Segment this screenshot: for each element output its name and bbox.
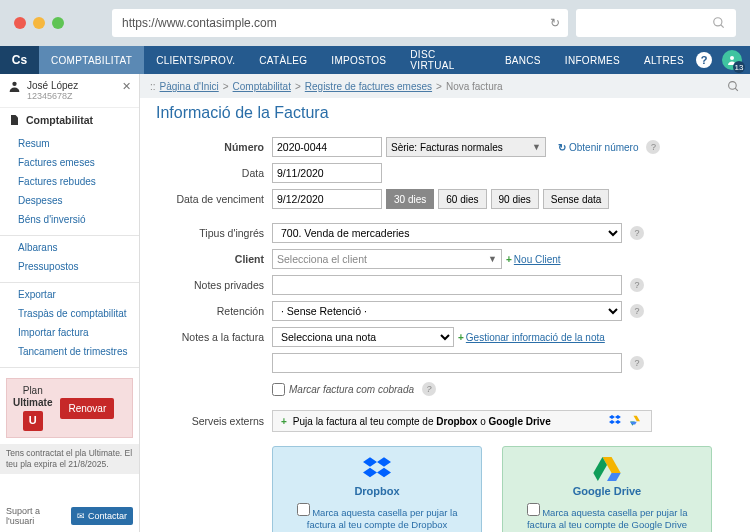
- svg-line-5: [735, 88, 738, 91]
- app-logo[interactable]: Cs: [0, 46, 39, 74]
- day-none-button[interactable]: Sense data: [543, 189, 610, 209]
- sidebar-item-bens[interactable]: Béns d'inversió: [0, 210, 139, 229]
- help-icon[interactable]: ?: [630, 356, 644, 370]
- user-avatar[interactable]: 13: [722, 50, 742, 70]
- chevron-right-icon: >: [223, 81, 229, 92]
- serveis-label: Serveis externs: [156, 415, 272, 427]
- tipus-select[interactable]: 700. Venda de mercaderies: [272, 223, 622, 243]
- numero-label: Número: [156, 141, 272, 153]
- sidebar-item-despeses[interactable]: Despeses: [0, 191, 139, 210]
- dropbox-icon: [609, 414, 623, 428]
- help-icon[interactable]: ?: [646, 140, 660, 154]
- gestionar-link[interactable]: +Gestionar informació de la nota: [458, 332, 605, 343]
- url-bar[interactable]: https://www.contasimple.com ↻: [112, 9, 568, 37]
- breadcrumb-current: Nova factura: [446, 81, 503, 92]
- sidebar-section-head: Comptabilitat: [0, 108, 139, 132]
- nav-disc[interactable]: DISC VIRTUAL: [398, 46, 493, 74]
- nav-bancs[interactable]: BANCS: [493, 46, 553, 74]
- contact-button[interactable]: ✉ Contactar: [71, 507, 133, 525]
- notification-badge: 13: [733, 61, 745, 73]
- serie-select[interactable]: Sèrie: Facturas normales ▼: [386, 137, 546, 157]
- gdrive-card: Google Drive Marca aquesta casella per p…: [502, 446, 712, 532]
- tipus-label: Tipus d'ingrés: [156, 227, 272, 239]
- help-icon[interactable]: ?: [422, 382, 436, 396]
- browser-search[interactable]: [576, 9, 736, 37]
- client-label: Client: [156, 253, 272, 265]
- sidebar-item-tancament[interactable]: Tancament de trimestres: [0, 342, 139, 361]
- numero-input[interactable]: [272, 137, 382, 157]
- top-nav: Cs COMPTABILITAT CLIENTS/PROV. CATÀLEG I…: [0, 46, 750, 74]
- nav-comptabilitat[interactable]: COMPTABILITAT: [39, 46, 144, 74]
- nou-client-label: Nou Client: [514, 254, 561, 265]
- google-drive-icon: [513, 457, 701, 481]
- collapse-icon[interactable]: ✕: [122, 80, 131, 93]
- renovar-button[interactable]: Renovar: [60, 398, 114, 419]
- nav-cataleg[interactable]: CATÀLEG: [247, 46, 319, 74]
- nav-informes[interactable]: INFORMES: [553, 46, 632, 74]
- breadcrumb-prefix: ::: [150, 81, 156, 92]
- notes-fac-text-input[interactable]: [272, 353, 622, 373]
- plus-icon: +: [506, 254, 512, 265]
- close-window-icon[interactable]: [14, 17, 26, 29]
- notes-fac-label: Notes a la factura: [156, 331, 272, 343]
- minimize-window-icon[interactable]: [33, 17, 45, 29]
- sidebar-menu-2: Albarans Pressupostos: [0, 236, 139, 283]
- breadcrumb-comptabilitat[interactable]: Comptabilitat: [233, 81, 291, 92]
- reload-icon[interactable]: ↻: [550, 16, 560, 30]
- sidebar-item-emeses[interactable]: Factures emeses: [0, 153, 139, 172]
- obtain-number-link[interactable]: ↻ Obtenir número: [558, 142, 638, 153]
- help-icon[interactable]: ?: [630, 278, 644, 292]
- nav-clients[interactable]: CLIENTS/PROV.: [144, 46, 247, 74]
- gdrive-desc: Marca aquesta casella per pujar la factu…: [513, 503, 701, 532]
- sidebar-item-rebudes[interactable]: Factures rebudes: [0, 172, 139, 191]
- sidebar-item-traspas[interactable]: Traspàs de comptabilitat: [0, 304, 139, 323]
- sidebar-item-pressupostos[interactable]: Pressupostos: [0, 257, 139, 276]
- venc-input[interactable]: [272, 189, 382, 209]
- page-title: Informació de la Factura: [156, 104, 734, 122]
- plus-icon: +: [281, 416, 287, 427]
- help-icon[interactable]: ?: [696, 52, 712, 68]
- external-services-box[interactable]: + Puja la factura al teu compte de Dropb…: [272, 410, 652, 432]
- data-input[interactable]: [272, 163, 382, 183]
- plan-box: Plan Ultimate U Renovar: [6, 378, 133, 438]
- breadcrumb-home[interactable]: Pàgina d'Inici: [160, 81, 219, 92]
- nav-altres[interactable]: ALTRES: [632, 46, 696, 74]
- serveis-text: Puja la factura al teu compte de Dropbox…: [293, 416, 551, 427]
- sidebar: José López 12345678Z ✕ Comptabilitat Res…: [0, 74, 140, 532]
- gdrive-checkbox[interactable]: [527, 503, 540, 516]
- help-icon[interactable]: ?: [630, 304, 644, 318]
- client-select[interactable]: Selecciona el client ▼: [272, 249, 502, 269]
- svg-point-4: [729, 81, 737, 89]
- maximize-window-icon[interactable]: [52, 17, 64, 29]
- dropbox-checkbox[interactable]: [297, 503, 310, 516]
- svg-line-1: [721, 25, 724, 28]
- svg-point-2: [730, 56, 734, 60]
- day-60-button[interactable]: 60 dies: [438, 189, 486, 209]
- search-icon[interactable]: [727, 80, 740, 93]
- sidebar-item-exportar[interactable]: Exportar: [0, 285, 139, 304]
- data-label: Data: [156, 167, 272, 179]
- day-30-button[interactable]: 30 dies: [386, 189, 434, 209]
- day-90-button[interactable]: 90 dies: [491, 189, 539, 209]
- sidebar-user: José López 12345678Z ✕: [0, 74, 139, 108]
- breadcrumb: :: Pàgina d'Inici > Comptabilitat > Regi…: [140, 74, 750, 98]
- dropbox-desc: Marca aquesta casella per pujar la factu…: [283, 503, 471, 532]
- sidebar-section-title: Comptabilitat: [26, 114, 93, 126]
- sidebar-item-importar[interactable]: Importar factura: [0, 323, 139, 342]
- breadcrumb-registre[interactable]: Registre de factures emeses: [305, 81, 432, 92]
- help-icon[interactable]: ?: [630, 226, 644, 240]
- url-text: https://www.contasimple.com: [122, 16, 277, 30]
- main-content: :: Pàgina d'Inici > Comptabilitat > Regi…: [140, 74, 750, 532]
- user-id: 12345678Z: [27, 91, 78, 101]
- nou-client-link[interactable]: +Nou Client: [506, 254, 561, 265]
- sidebar-item-albarans[interactable]: Albarans: [0, 238, 139, 257]
- user-icon: [8, 80, 21, 93]
- cobrada-checkbox[interactable]: [272, 383, 285, 396]
- sidebar-item-resum[interactable]: Resum: [0, 134, 139, 153]
- gdrive-title: Google Drive: [513, 485, 701, 497]
- plan-name: Ultimate: [13, 397, 52, 409]
- retencio-select[interactable]: · Sense Retenció ·: [272, 301, 622, 321]
- nav-impostos[interactable]: IMPOSTOS: [319, 46, 398, 74]
- notes-fac-select[interactable]: Selecciona una nota: [272, 327, 454, 347]
- notes-priv-input[interactable]: [272, 275, 622, 295]
